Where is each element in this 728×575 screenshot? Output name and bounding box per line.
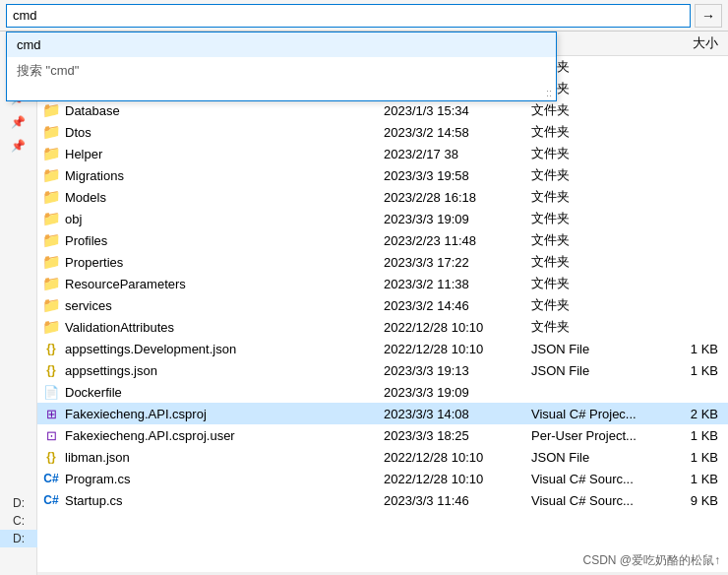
file-date: 2022/12/28 10:10: [384, 472, 531, 486]
file-name: appsettings.Development.json: [65, 342, 384, 356]
file-name: Program.cs: [65, 472, 384, 486]
file-row[interactable]: 📁Helper2023/2/17 38文件夹: [37, 143, 728, 164]
address-go-button[interactable]: →: [695, 4, 722, 28]
file-type: JSON File: [531, 342, 669, 356]
file-type: 文件夹: [531, 166, 669, 184]
file-date: 2022/12/28 10:10: [384, 320, 531, 335]
drive-labels: D: C: D:: [0, 32, 37, 575]
csprojuser-icon: ⊡: [41, 425, 61, 445]
json-icon: {}: [41, 360, 61, 380]
folder-icon: 📁: [41, 252, 61, 272]
file-type: Visual C# Sourc...: [531, 472, 669, 486]
file-name: Fakexiecheng.API.csproj.user: [65, 428, 384, 443]
file-row[interactable]: 📁obj2023/3/3 19:09文件夹: [37, 208, 728, 229]
file-type: 文件夹: [531, 188, 669, 206]
file-date: 2023/3/3 11:46: [384, 493, 531, 508]
file-name: Startup.cs: [65, 493, 384, 508]
file-row[interactable]: 📄Dockerfile2023/3/3 19:09: [37, 381, 728, 403]
file-row[interactable]: 📁Models2023/2/28 16:18文件夹: [37, 186, 728, 208]
c-drive-label[interactable]: C:: [0, 512, 37, 530]
file-type: 文件夹: [531, 101, 669, 119]
d-drive-top-label[interactable]: D:: [0, 494, 37, 512]
file-type: 文件夹: [531, 253, 669, 271]
file-date: 2023/3/2 14:58: [384, 125, 531, 140]
autocomplete-dropdown: cmd 搜索 "cmd" ::: [6, 32, 557, 101]
folder-icon: 📁: [41, 295, 61, 315]
autocomplete-item-cmd[interactable]: cmd: [7, 32, 556, 57]
file-name: Fakexiecheng.API.csproj: [65, 407, 384, 421]
file-date: 2023/3/3 19:13: [384, 363, 531, 378]
autocomplete-item-search[interactable]: 搜索 "cmd": [7, 57, 556, 85]
file-row[interactable]: {}appsettings.json2023/3/3 19:13JSON Fil…: [37, 359, 728, 381]
file-name: libman.json: [65, 450, 384, 465]
resize-handle[interactable]: ::: [7, 85, 556, 100]
file-date: 2023/1/3 15:34: [384, 103, 531, 118]
folder-icon: 📁: [41, 230, 61, 250]
file-name: Helper: [65, 147, 384, 161]
file-name: Migrations: [65, 168, 384, 183]
file-row[interactable]: ⊞Fakexiecheng.API.csproj2023/3/3 14:08Vi…: [37, 403, 728, 424]
file-date: 2023/3/2 14:46: [384, 298, 531, 313]
file-size: 2 KB: [669, 407, 728, 421]
folder-icon: 📁: [41, 274, 61, 293]
file-row[interactable]: {}appsettings.Development.json2022/12/28…: [37, 338, 728, 359]
file-name: Profiles: [65, 233, 384, 248]
file-list: 📁bin2023/3/3 17:23文件夹📁Controllers2023/3/…: [37, 56, 728, 572]
file-type: JSON File: [531, 450, 669, 465]
file-date: 2023/2/28 16:18: [384, 190, 531, 205]
file-date: 2023/3/3 19:09: [384, 212, 531, 226]
folder-icon: 📁: [41, 122, 61, 142]
file-date: 2023/3/3 19:09: [384, 385, 531, 400]
folder-icon: 📁: [41, 187, 61, 207]
file-size: 1 KB: [669, 450, 728, 465]
file-row[interactable]: 📁Migrations2023/3/3 19:58文件夹: [37, 164, 728, 186]
file-row[interactable]: 📁Profiles2023/2/23 11:48文件夹: [37, 229, 728, 251]
address-input[interactable]: [6, 4, 691, 28]
file-row[interactable]: 📁services2023/3/2 14:46文件夹: [37, 294, 728, 316]
file-name: ValidationAttributes: [65, 320, 384, 335]
file-date: 2023/2/17 38: [384, 147, 531, 161]
file-row[interactable]: 📁ResourceParameters2023/3/2 11:38文件夹: [37, 273, 728, 294]
file-name: Database: [65, 103, 384, 118]
json-icon: {}: [41, 447, 61, 467]
file-type: JSON File: [531, 363, 669, 378]
watermark: CSDN @爱吃奶酪的松鼠↑: [582, 552, 720, 569]
file-row[interactable]: ⊡Fakexiecheng.API.csproj.user2023/3/3 18…: [37, 424, 728, 446]
folder-icon: 📁: [41, 144, 61, 163]
file-size: 1 KB: [669, 472, 728, 486]
file-name: ResourceParameters: [65, 277, 384, 291]
file-name: Dtos: [65, 125, 384, 140]
file-size: 1 KB: [669, 363, 728, 378]
file-date: 2023/3/2 11:38: [384, 277, 531, 291]
folder-icon: 📁: [41, 100, 61, 120]
file-icon: 📄: [41, 382, 61, 402]
file-date: 2022/12/28 10:10: [384, 450, 531, 465]
file-row[interactable]: {}libman.json2022/12/28 10:10JSON File1 …: [37, 446, 728, 468]
file-type: Per-User Project...: [531, 428, 669, 443]
d-drive-bottom-label[interactable]: D:: [0, 530, 37, 547]
file-date: 2023/2/23 11:48: [384, 233, 531, 248]
file-row[interactable]: 📁Dtos2023/3/2 14:58文件夹: [37, 121, 728, 143]
json-icon: {}: [41, 339, 61, 358]
folder-icon: 📁: [41, 165, 61, 185]
file-row[interactable]: 📁Database2023/1/3 15:34文件夹: [37, 99, 728, 121]
file-type: 文件夹: [531, 123, 669, 141]
file-date: 2023/3/3 17:22: [384, 255, 531, 270]
file-row[interactable]: 📁ValidationAttributes2022/12/28 10:10文件夹: [37, 316, 728, 338]
address-bar: →: [0, 0, 728, 32]
file-row[interactable]: C#Program.cs2022/12/28 10:10Visual C# So…: [37, 468, 728, 489]
file-type: 文件夹: [531, 145, 669, 162]
file-row[interactable]: 📁Properties2023/3/3 17:22文件夹: [37, 251, 728, 273]
file-name: obj: [65, 212, 384, 226]
cs-icon: C#: [41, 469, 61, 488]
folder-icon: 📁: [41, 317, 61, 337]
file-name: Properties: [65, 255, 384, 270]
file-date: 2023/3/3 14:08: [384, 407, 531, 421]
file-size: 9 KB: [669, 493, 728, 508]
file-type: 文件夹: [531, 275, 669, 292]
file-row[interactable]: C#Startup.cs2023/3/3 11:46Visual C# Sour…: [37, 489, 728, 511]
file-type: Visual C# Projec...: [531, 407, 669, 421]
file-name: services: [65, 298, 384, 313]
file-type: 文件夹: [531, 231, 669, 249]
file-name: Dockerfile: [65, 385, 384, 400]
